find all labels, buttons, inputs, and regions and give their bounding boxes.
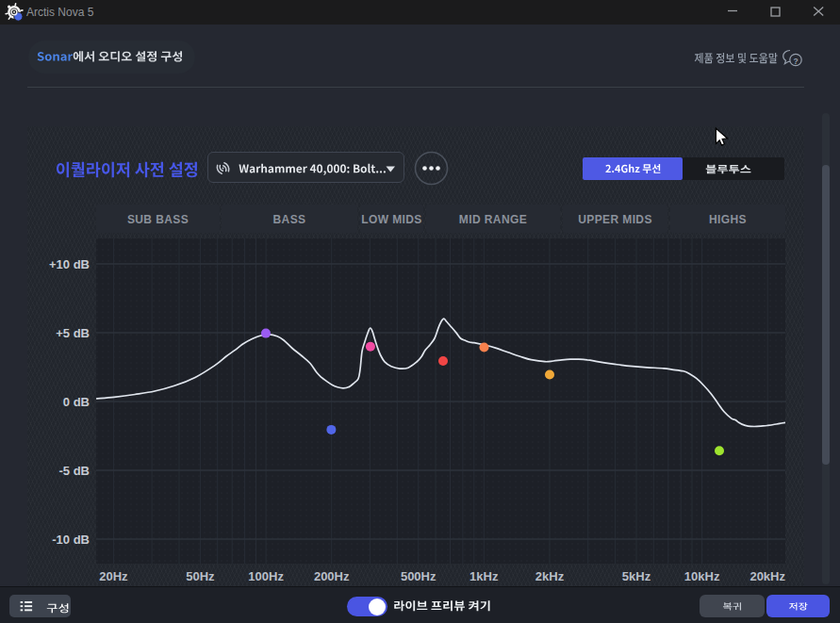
svg-text:LOW MIDS: LOW MIDS (361, 213, 422, 226)
svg-text:+10 dB: +10 dB (49, 257, 90, 271)
svg-text:2kHz: 2kHz (535, 569, 565, 583)
svg-text:+5 dB: +5 dB (56, 326, 90, 340)
svg-text:-10 dB: -10 dB (52, 533, 90, 547)
svg-text:1kHz: 1kHz (469, 569, 499, 583)
svg-text:BASS: BASS (273, 213, 306, 226)
svg-text:50Hz: 50Hz (186, 569, 215, 583)
svg-text:20Hz: 20Hz (99, 569, 128, 583)
svg-text:0 dB: 0 dB (63, 395, 90, 409)
svg-text:20kHz: 20kHz (749, 569, 785, 583)
svg-text:5kHz: 5kHz (622, 569, 651, 583)
svg-text:500Hz: 500Hz (401, 569, 436, 583)
svg-text:MID RANGE: MID RANGE (459, 213, 527, 226)
svg-text:?: ? (793, 57, 798, 66)
svg-text:100Hz: 100Hz (248, 569, 284, 583)
svg-text:10kHz: 10kHz (684, 569, 720, 583)
svg-text:SUB BASS: SUB BASS (127, 213, 189, 226)
svg-text:200Hz: 200Hz (314, 569, 350, 583)
svg-text:UPPER MIDS: UPPER MIDS (578, 213, 652, 226)
svg-text:-5 dB: -5 dB (59, 464, 91, 478)
svg-text:HIGHS: HIGHS (709, 213, 747, 226)
